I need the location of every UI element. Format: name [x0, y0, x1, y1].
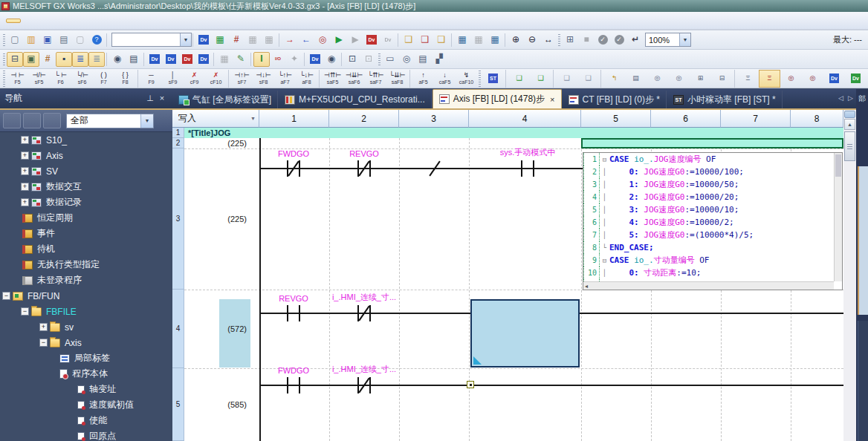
tree-edit-button[interactable]: Ξ — [759, 70, 780, 88]
ladder-symbol-button[interactable] — [317, 70, 322, 88]
expand-icon[interactable]: + — [39, 323, 48, 331]
ladder-symbol-button[interactable] — [477, 70, 482, 88]
device-replace-button[interactable]: Dv — [179, 52, 195, 67]
statement-list-button[interactable]: ▤ — [625, 70, 647, 88]
pulse-invert-button[interactable]: ↯caF10 — [456, 70, 477, 88]
menu-help[interactable] — [186, 19, 201, 23]
pulse-not-close-button[interactable]: ⊣⇊⊢saF6 — [343, 70, 365, 88]
device-batch-button[interactable]: Dv — [195, 52, 212, 67]
close-icon[interactable]: × — [156, 94, 168, 102]
st-code-line[interactable]: 3 │ 1: JOG速度G0 :=10000/50; — [583, 178, 834, 191]
tab-cpu-restoration[interactable]: M+FX5UCPU_CPU_Restorati... — [279, 91, 432, 108]
ladder-title-row[interactable]: *[Title]JOG — [184, 128, 843, 138]
help-button[interactable]: ? — [88, 33, 105, 48]
find-doc-button[interactable]: ◎ — [647, 70, 668, 88]
nav-item-enable[interactable]: 使能 — [0, 413, 172, 428]
st-horizontal-scrollbar[interactable]: ◂ — [583, 281, 834, 290]
device-test-gray-button[interactable]: Dv — [380, 33, 396, 48]
zoom-out-button[interactable]: ⊖ — [524, 33, 540, 48]
close-branch-button[interactable]: └/⊢sF6 — [71, 70, 93, 88]
stop-button[interactable]: ■ — [578, 33, 595, 48]
st-code-line[interactable]: 7 │ 5: JOG速度G0 :=(10000*4)/5; — [583, 229, 834, 241]
open-contact-button[interactable]: ⊣ ⊢F5 — [7, 70, 28, 88]
menu-view[interactable] — [71, 19, 86, 23]
monitor-green-button[interactable]: ▦ — [212, 33, 228, 48]
fold-icon[interactable]: │ — [600, 194, 609, 201]
pulse-contact-button[interactable]: ⊣↑⊢sF7 — [231, 70, 253, 88]
contact-hmi-jog[interactable]: i_.HMI_连续_寸... — [357, 305, 371, 321]
nav-item-home-position[interactable]: 回原点 — [0, 428, 172, 441]
menu-edit[interactable] — [22, 19, 37, 23]
nav-tree-collapse-button[interactable] — [23, 113, 41, 128]
menu-diagnostics[interactable] — [137, 19, 152, 23]
st-code-line[interactable]: 4 │ 2: JOG速度G0 :=10000/20; — [583, 191, 834, 203]
unit-config-button[interactable]: ▪ — [56, 52, 72, 67]
monitor-start-button[interactable]: ▦ — [454, 33, 470, 48]
nav-filter-select[interactable]: 全部 ▼ — [66, 114, 154, 128]
menu-record[interactable] — [120, 19, 135, 23]
row-number[interactable]: 5 — [172, 368, 184, 441]
application-instruction-button[interactable]: { }F8 — [114, 70, 136, 88]
row-number[interactable]: 4 — [172, 290, 184, 368]
label-editor-button[interactable]: ✎ — [233, 52, 249, 67]
tab-next-icon[interactable]: ▷ — [846, 94, 855, 102]
module-tool-button[interactable]: # — [39, 52, 56, 67]
pulse-close-contact-button[interactable]: ⊣↓⊢sF8 — [253, 70, 274, 88]
library-window-button[interactable]: ▞ — [431, 52, 447, 67]
row-number[interactable]: 2 — [172, 138, 184, 148]
inline-st-button[interactable]: ST — [482, 70, 504, 88]
toolbar-button[interactable] — [105, 53, 109, 66]
ladder-symbol-button[interactable] — [136, 70, 140, 88]
toolbar-button[interactable] — [1, 53, 7, 66]
contact-hmi-jog[interactable]: i_.HMI_连续_寸... — [357, 377, 371, 393]
ladder-symbol-button[interactable] — [504, 70, 508, 88]
comment-edit-button[interactable]: ❑ — [433, 33, 450, 48]
new-file-button[interactable]: ▢ — [7, 33, 23, 48]
menu-online[interactable] — [88, 19, 103, 23]
nav-item-program-body[interactable]: 程序本体 — [0, 366, 172, 382]
contact-revgo[interactable]: REVGO — [287, 305, 300, 321]
nav-item-unregistered[interactable]: 未登录程序 — [0, 272, 172, 288]
menu-convert[interactable] — [55, 19, 70, 23]
toolbar-button[interactable] — [105, 33, 109, 47]
docked-panel-edge[interactable]: 部 — [856, 89, 868, 441]
fit-width-button[interactable]: ↔ — [540, 33, 557, 48]
memory-window-button[interactable]: ▭ — [382, 52, 398, 67]
project-combo[interactable]: ▼ — [111, 33, 192, 47]
monitor-pause-button[interactable]: ▶ — [347, 33, 363, 48]
device-find-blue-button[interactable]: Dv — [823, 70, 845, 88]
find-button[interactable]: ◉ — [109, 52, 126, 67]
st-code-line[interactable]: 8 └ END_CASE; — [583, 241, 834, 254]
device-test-red-button[interactable]: Dv — [363, 33, 380, 48]
toolbar-button[interactable] — [302, 53, 307, 66]
tab-cylinder[interactable]: 气缸 [全局标签设置] — [172, 91, 278, 108]
menu-debug[interactable] — [104, 19, 119, 23]
note-display-button[interactable]: ❑ — [577, 70, 599, 88]
fold-icon[interactable]: │ — [600, 270, 609, 277]
check-ok2-button[interactable]: ✓ — [611, 33, 627, 48]
ladder-symbol-button[interactable] — [733, 70, 737, 88]
write-to-plc-button[interactable]: → — [282, 33, 298, 48]
check-ok-button[interactable]: ✓ — [595, 33, 611, 48]
split-handle[interactable] — [844, 111, 855, 118]
nav-item-axis-address[interactable]: 轴变址 — [0, 382, 172, 397]
delete-horizontal-button[interactable]: ✗cF9 — [184, 70, 205, 88]
st-comment-green-button[interactable]: ❑ — [508, 70, 530, 88]
recent-button[interactable]: ▢ — [72, 33, 88, 48]
vertical-line-button[interactable]: │sF9 — [162, 70, 184, 88]
ladder-editor[interactable]: 写入▼ 1 2 3 4 5 6 7 8 1 2 3 4 5 — [172, 110, 843, 441]
pulse-branch-button[interactable]: └↑⊢aF7 — [274, 70, 296, 88]
comment-display-button[interactable]: I — [253, 52, 270, 67]
pin-icon[interactable]: ⊥ — [144, 94, 156, 103]
fold-icon[interactable]: │ — [600, 181, 609, 189]
menu-find-replace[interactable] — [39, 19, 54, 23]
nav-tree-filter-button[interactable] — [3, 113, 21, 128]
nav-item-fbfile[interactable]: − FBFILE — [0, 304, 172, 319]
element-selection-button[interactable]: ▣ — [23, 52, 39, 67]
insert-row-button[interactable]: ⊞ — [690, 70, 711, 88]
nav-item-local-label[interactable]: 局部标签 — [0, 350, 172, 366]
statement-display-button[interactable]: ❑ — [556, 70, 577, 88]
tree-display-button[interactable]: Ξ — [737, 70, 759, 88]
list-window-button[interactable]: ▤ — [415, 52, 431, 67]
expand-icon[interactable]: + — [21, 136, 29, 144]
